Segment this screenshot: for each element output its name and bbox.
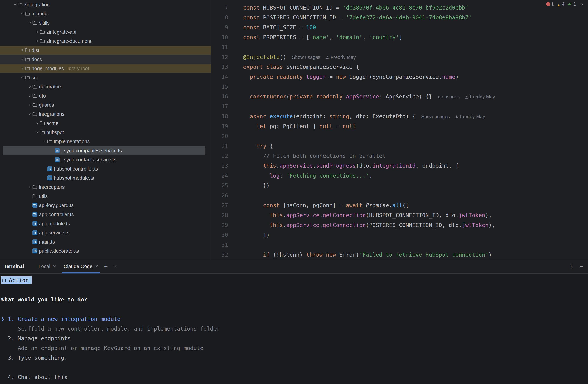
terminal-line[interactable]: 2. Manage endpoints	[1, 334, 588, 343]
line-number[interactable]: 28	[211, 210, 228, 220]
tree-item-zintegrate-document[interactable]: zintegrate-document	[0, 37, 211, 46]
code-line[interactable]	[243, 131, 495, 141]
minimize-icon[interactable]: −	[580, 263, 583, 270]
line-number[interactable]: 19	[211, 121, 228, 131]
code-line[interactable]: const BATCH_SIZE = 100	[243, 23, 495, 32]
terminal-tab-claude-code[interactable]: Claude Code×	[60, 259, 102, 273]
chevron-right-icon[interactable]	[35, 37, 40, 46]
tree-item-sync-companies-service-ts[interactable]: TS_sync-companies.service.ts	[0, 146, 211, 155]
tree-item-sync-contacts-service-ts[interactable]: TS_sync-contacts.service.ts	[0, 155, 211, 164]
code-line[interactable]: constructor(private readonly appService:…	[243, 92, 495, 102]
code-line[interactable]: const [hsConn, pgConn] = await Promise.a…	[243, 200, 495, 210]
tree-item-implementations[interactable]: implementations	[0, 137, 211, 146]
terminal-tab-local[interactable]: Local×	[35, 259, 60, 273]
line-number[interactable]: 27	[211, 200, 228, 210]
author-hint[interactable]: Freddy May	[455, 114, 485, 119]
tree-item-decorators[interactable]: decorators	[0, 82, 211, 91]
project-tree[interactable]: zintegration.claudeskillszintegrate-apiz…	[0, 0, 211, 259]
tree-item-dto[interactable]: dto	[0, 91, 211, 100]
tree-item-docs[interactable]: docs	[0, 55, 211, 64]
tree-item-public-decorator-ts[interactable]: TSpublic.decorator.ts	[0, 246, 211, 255]
code-line[interactable]: this.appService.sendProgress(dto.integra…	[243, 161, 495, 171]
tree-item-zintegration[interactable]: zintegration	[0, 0, 211, 9]
chevron-right-icon[interactable]	[20, 55, 25, 64]
chevron-down-icon[interactable]	[12, 0, 18, 9]
code-line[interactable]: this.appService.getConnection(HUBSPOT_CO…	[243, 210, 495, 220]
chevron-right-icon[interactable]	[27, 82, 32, 91]
tree-item-app-controller-ts[interactable]: TSapp.controller.ts	[0, 210, 211, 219]
line-number[interactable]: 9	[211, 23, 228, 32]
chevron-right-icon[interactable]	[27, 182, 32, 192]
chevron-down-icon[interactable]	[20, 73, 25, 82]
line-number[interactable]: 10	[211, 32, 228, 42]
line-number[interactable]: 14	[211, 72, 228, 82]
line-number[interactable]: 11	[211, 42, 228, 52]
terminal-line[interactable]: 4. Chat about this	[1, 372, 588, 382]
code-line[interactable]: @Injectable()Show usagesFreddy May	[243, 52, 495, 62]
tree-item-guards[interactable]: guards	[0, 100, 211, 110]
code-line[interactable]	[243, 240, 495, 250]
chevron-down-icon[interactable]	[27, 18, 32, 27]
line-number[interactable]: 12	[211, 52, 228, 62]
tree-item-src[interactable]: src	[0, 73, 211, 82]
terminal-output[interactable]: □ ActionWhat would you like to do?❯ 1. C…	[0, 273, 588, 382]
chevron-right-icon[interactable]	[35, 27, 40, 37]
code-line[interactable]	[243, 102, 495, 112]
chevron-down-icon[interactable]	[20, 9, 25, 18]
line-number[interactable]: 29	[211, 220, 228, 230]
code-line[interactable]: ])	[243, 230, 495, 240]
line-number[interactable]: 16	[211, 92, 228, 102]
chevron-down-icon[interactable]	[42, 137, 47, 146]
code-line[interactable]: log: 'Fetching connections...',	[243, 171, 495, 181]
chevron-right-icon[interactable]	[27, 91, 32, 100]
code-line[interactable]: })	[243, 181, 495, 190]
line-number[interactable]: 21	[211, 141, 228, 151]
tree-item-claude[interactable]: .claude	[0, 9, 211, 18]
new-terminal-button[interactable]: +	[104, 263, 108, 270]
code-line[interactable]: export class SyncCompaniesService {	[243, 62, 495, 72]
terminal-line[interactable]: ❯ 1. Create a new integration module	[1, 314, 588, 324]
code-line[interactable]: if (!hsConn) throw new Error('Failed to …	[243, 250, 495, 259]
tree-item-skills[interactable]: skills	[0, 18, 211, 27]
usages-hint[interactable]: Show usages	[292, 55, 320, 60]
chevron-right-icon[interactable]	[20, 64, 25, 73]
warning-count[interactable]: ▲! 4	[557, 1, 565, 7]
code-line[interactable]	[243, 42, 495, 52]
usages-hint[interactable]: Show usages	[421, 114, 450, 119]
more-options-icon[interactable]: ⋮	[568, 263, 574, 270]
tree-item-app-module-ts[interactable]: TSapp.module.ts	[0, 219, 211, 228]
inspections-widget[interactable]: ! 1 ▲! 4 ✓✓ 1	[546, 1, 584, 7]
line-number[interactable]: 26	[211, 190, 228, 200]
line-number[interactable]: 13	[211, 62, 228, 72]
tree-item-interceptors[interactable]: interceptors	[0, 182, 211, 192]
terminal-line[interactable]: 3. Type something.	[1, 353, 588, 363]
tree-item-node-modules[interactable]: node_moduleslibrary root	[0, 64, 211, 73]
line-number[interactable]: 15	[211, 82, 228, 92]
chevron-down-icon[interactable]	[113, 264, 117, 269]
code-editor[interactable]: 7891011121314151617181920212223242526272…	[211, 0, 588, 259]
author-hint[interactable]: Freddy May	[465, 94, 495, 99]
code-line[interactable]: const PROPERTIES = ['name', 'domain', 'c…	[243, 32, 495, 42]
close-icon[interactable]: ×	[53, 264, 56, 269]
error-count[interactable]: ! 1	[546, 1, 554, 7]
usages-hint[interactable]: no usages	[438, 94, 460, 99]
chevron-right-icon[interactable]	[35, 119, 40, 128]
tree-item-api-key-guard-ts[interactable]: TSapi-key.guard.ts	[0, 201, 211, 210]
code-line[interactable]: private readonly logger = new Logger(Syn…	[243, 72, 495, 82]
tree-item-hubspot-module-ts[interactable]: TShubspot.module.ts	[0, 173, 211, 182]
line-number[interactable]: 18	[211, 112, 228, 121]
tree-item-integrations[interactable]: integrations	[0, 110, 211, 119]
code-line[interactable]: try {	[243, 141, 495, 151]
line-number[interactable]: 17	[211, 102, 228, 112]
line-number[interactable]: 30	[211, 230, 228, 240]
tree-item-dist[interactable]: dist	[0, 46, 211, 55]
code-line[interactable]: async execute(endpoint: string, dto: Exe…	[243, 112, 495, 121]
tree-item-app-service-ts[interactable]: TSapp.service.ts	[0, 228, 211, 237]
editor-code-pane[interactable]: const HUBSPOT_CONNECTION_ID = 'db38670f-…	[243, 0, 495, 259]
chevron-up-icon[interactable]	[580, 2, 584, 6]
code-line[interactable]: const HUBSPOT_CONNECTION_ID = 'db38670f-…	[243, 3, 495, 13]
code-line[interactable]	[243, 190, 495, 200]
code-line[interactable]: let pg: PgClient | null = null	[243, 121, 495, 131]
line-number[interactable]: 25	[211, 181, 228, 190]
line-number[interactable]: 7	[211, 3, 228, 13]
